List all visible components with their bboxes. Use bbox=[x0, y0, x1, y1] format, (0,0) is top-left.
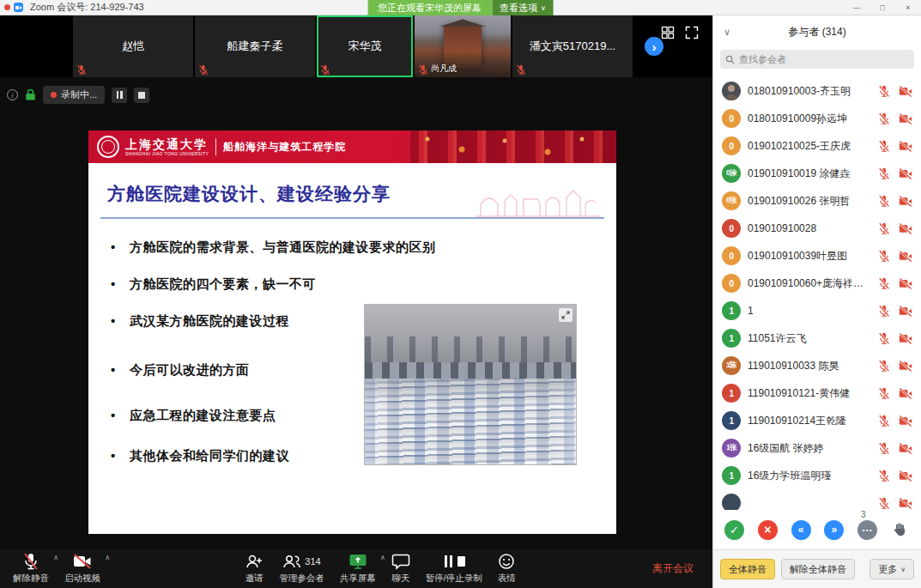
university-name: 上海交通大学 bbox=[125, 138, 209, 151]
collapse-panel-icon[interactable]: ∨ bbox=[724, 27, 730, 38]
participant-row[interactable]: 0019010910028 bbox=[713, 215, 921, 242]
smiley-icon bbox=[498, 553, 515, 570]
go-faster-button[interactable]: » bbox=[824, 520, 844, 540]
view-options-button[interactable]: 查看选项 ∨ bbox=[492, 0, 554, 15]
camera-off-icon[interactable] bbox=[899, 306, 912, 317]
maximize-button[interactable]: □ bbox=[869, 0, 895, 15]
participant-row[interactable]: 0018010910009孙远坤 bbox=[713, 105, 921, 132]
video-tile[interactable]: 赵恺 bbox=[73, 15, 193, 77]
camera-off-icon[interactable] bbox=[899, 86, 912, 97]
pause-stop-recording-button[interactable]: 暂停/停止录制 bbox=[418, 549, 490, 588]
camera-off-icon[interactable] bbox=[899, 333, 912, 344]
participant-name: 16级力学班温明瑾 bbox=[748, 469, 869, 483]
more-options-button[interactable]: 更多 ∨ bbox=[869, 559, 914, 579]
mic-muted-icon[interactable] bbox=[878, 112, 890, 125]
participant-row[interactable]: 0019010910060+庞海祥+船建学... bbox=[713, 270, 921, 297]
expand-image-icon[interactable] bbox=[559, 308, 573, 322]
reactions-button[interactable]: 表情 bbox=[490, 549, 524, 588]
info-icon[interactable]: i bbox=[7, 89, 18, 100]
participant-name-label: 赵恺 bbox=[122, 39, 144, 54]
share-screen-icon bbox=[348, 553, 367, 570]
mic-muted-icon[interactable] bbox=[878, 167, 890, 180]
participant-name: 11051许云飞 bbox=[748, 331, 869, 346]
fullscreen-icon[interactable] bbox=[685, 26, 699, 39]
mic-muted-icon[interactable] bbox=[878, 140, 890, 153]
mic-muted-icon[interactable] bbox=[878, 250, 890, 263]
participant-row[interactable]: 0涂019010910019 涂健垚 bbox=[713, 160, 921, 187]
mic-muted-icon[interactable] bbox=[878, 195, 890, 208]
mic-muted-icon[interactable] bbox=[878, 387, 890, 400]
participant-name: 019010910039叶昱图 bbox=[748, 249, 869, 264]
participant-row[interactable] bbox=[713, 489, 921, 510]
participant-row[interactable]: 111051许云飞 bbox=[713, 324, 921, 352]
stop-recording-button[interactable] bbox=[134, 88, 149, 103]
share-screen-button[interactable]: 共享屏幕 ∧ bbox=[332, 549, 384, 588]
close-button[interactable]: × bbox=[895, 0, 921, 15]
participant-row[interactable]: 1119010910121-黄伟健 bbox=[713, 379, 921, 407]
no-button[interactable]: × bbox=[758, 520, 778, 540]
camera-off-icon[interactable] bbox=[899, 443, 912, 454]
slide-bullet: 方舱医院的四个要素，缺一不可 bbox=[109, 276, 603, 292]
manage-participants-button[interactable]: 314 管理参会者 bbox=[271, 549, 332, 588]
mic-muted-icon[interactable] bbox=[878, 415, 890, 427]
mute-all-button[interactable]: 全体静音 bbox=[720, 559, 775, 579]
mic-muted-icon[interactable] bbox=[878, 360, 890, 373]
participant-row[interactable]: 0019010910039叶昱图 bbox=[713, 242, 921, 270]
camera-off-icon[interactable] bbox=[899, 498, 912, 509]
raise-hand-button[interactable] bbox=[891, 520, 910, 539]
mic-muted-icon[interactable] bbox=[878, 332, 890, 345]
participant-name-label: 船建秦子柔 bbox=[227, 39, 283, 54]
invite-button[interactable]: 邀请 bbox=[237, 549, 271, 588]
video-tile[interactable]: 宋华茂 bbox=[317, 15, 413, 77]
camera-off-icon[interactable] bbox=[899, 113, 912, 124]
video-tile[interactable]: 船建秦子柔 bbox=[195, 15, 315, 77]
more-feedback-button[interactable]: … bbox=[857, 520, 877, 540]
start-video-button[interactable]: 启动视频 ∧ bbox=[57, 549, 108, 588]
unmute-all-button[interactable]: 解除全体静音 bbox=[781, 559, 855, 579]
participant-name: 119010910121-黄伟健 bbox=[748, 386, 869, 401]
camera-off-icon[interactable] bbox=[899, 388, 912, 399]
participant-row[interactable]: 018010910003-齐玉明 bbox=[713, 77, 921, 105]
mic-muted-icon[interactable] bbox=[878, 305, 890, 318]
camera-off-icon[interactable] bbox=[899, 415, 912, 427]
gallery-view-icon[interactable] bbox=[661, 26, 675, 39]
pause-recording-button[interactable] bbox=[112, 88, 127, 103]
camera-off-icon[interactable] bbox=[899, 251, 912, 262]
yes-button[interactable]: ✓ bbox=[724, 520, 744, 540]
video-options-chevron[interactable]: ∧ bbox=[105, 554, 110, 561]
shared-screen-slide: 上海交通大学 SHANGHAI JIAO TONG UNIVERSITY 船舶海… bbox=[88, 130, 616, 534]
mic-muted-icon[interactable] bbox=[878, 470, 890, 482]
mic-muted-icon[interactable] bbox=[878, 497, 890, 510]
participant-row[interactable]: 1张16级国航 张婷婷 bbox=[713, 434, 921, 462]
search-participants[interactable] bbox=[720, 50, 914, 69]
camera-off-icon[interactable] bbox=[899, 223, 912, 234]
participants-count-badge: 314 bbox=[305, 556, 320, 567]
video-tile[interactable]: 尚凡成 bbox=[415, 15, 511, 77]
mic-muted-icon[interactable] bbox=[878, 222, 890, 235]
mic-muted-icon[interactable] bbox=[878, 85, 890, 98]
video-tile[interactable]: 潘文寅5170219... bbox=[512, 15, 633, 77]
next-participants-button[interactable]: › bbox=[645, 37, 663, 56]
school-name: 船舶海洋与建筑工程学院 bbox=[223, 140, 346, 155]
minimize-button[interactable]: — bbox=[844, 0, 869, 15]
go-slower-button[interactable]: « bbox=[791, 520, 811, 540]
camera-off-icon[interactable] bbox=[899, 168, 912, 179]
mic-muted-icon[interactable] bbox=[878, 442, 890, 455]
participant-row[interactable]: 0张019010910026 张明哲 bbox=[713, 187, 921, 215]
camera-off-icon[interactable] bbox=[899, 196, 912, 207]
mic-muted-icon[interactable] bbox=[878, 277, 890, 290]
camera-off-icon[interactable] bbox=[899, 470, 912, 482]
camera-off-icon[interactable] bbox=[899, 278, 912, 289]
search-input[interactable] bbox=[739, 54, 909, 64]
camera-off-icon[interactable] bbox=[899, 361, 912, 372]
participant-row[interactable]: 116级力学班温明瑾 bbox=[713, 462, 921, 489]
leave-meeting-button[interactable]: 离开会议 bbox=[652, 561, 704, 576]
participants-list[interactable]: 018010910003-齐玉明0018010910009孙远坤00190102… bbox=[713, 77, 921, 510]
camera-off-icon[interactable] bbox=[899, 141, 912, 152]
participant-row[interactable]: 1陈119010910033 陈昊 bbox=[713, 352, 921, 379]
chat-button[interactable]: 聊天 bbox=[384, 549, 418, 588]
participant-row[interactable]: 11 bbox=[713, 297, 921, 324]
participant-row[interactable]: 0019010210025-王庆虎 bbox=[713, 132, 921, 160]
unmute-button[interactable]: 解除静音 ∧ bbox=[5, 549, 57, 588]
participant-row[interactable]: 1119010910214王乾隆 bbox=[713, 407, 921, 434]
